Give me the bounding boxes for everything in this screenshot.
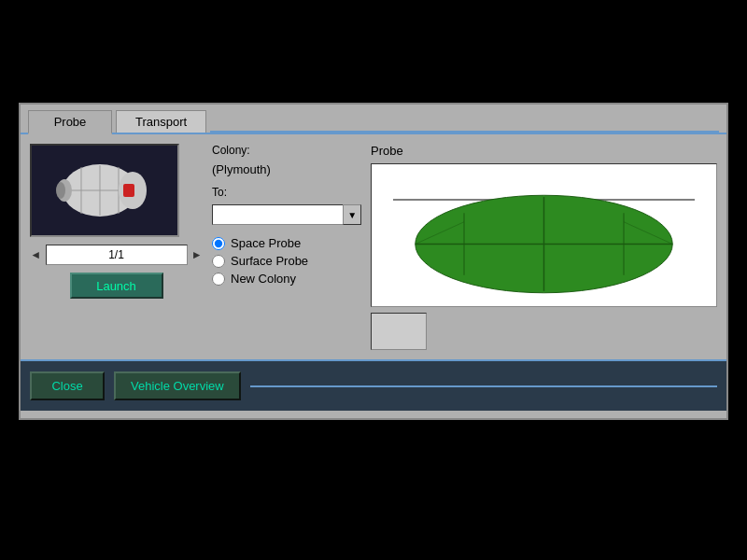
next-arrow[interactable]: ► <box>191 247 204 262</box>
radio-surface-probe[interactable]: Surface Probe <box>212 254 361 268</box>
tab-probe[interactable]: Probe <box>28 110 112 134</box>
bottom-bar: Close Vehicle Overview <box>21 359 726 411</box>
destination-dropdown[interactable] <box>212 204 344 225</box>
probe-viz-title: Probe <box>371 144 717 158</box>
main-window: Probe Transport <box>19 103 728 420</box>
right-panel: Probe <box>371 144 717 350</box>
prev-arrow[interactable]: ◄ <box>30 247 42 262</box>
left-arrow-icon: ◄ <box>30 248 41 261</box>
spacecraft-svg <box>44 148 165 232</box>
radio-space-probe-input[interactable] <box>212 237 225 250</box>
tab-line <box>210 131 719 133</box>
dropdown-arrow-btn[interactable]: ▼ <box>343 204 361 225</box>
radio-new-colony[interactable]: New Colony <box>212 272 361 286</box>
left-panel: ◄ ► Launch <box>30 144 203 350</box>
tab-bar: Probe Transport <box>21 105 726 134</box>
right-arrow-icon: ► <box>191 248 203 261</box>
svg-point-8 <box>56 182 65 199</box>
to-label: To: <box>212 186 361 199</box>
dropdown-row: ▼ <box>212 204 361 225</box>
radio-new-colony-label: New Colony <box>231 272 296 286</box>
bottom-line <box>250 385 717 387</box>
probe-diagram-svg <box>372 164 716 306</box>
radio-surface-probe-input[interactable] <box>212 255 225 268</box>
probe-image <box>30 144 179 237</box>
probe-thumbnail <box>371 313 427 350</box>
svg-rect-6 <box>123 184 134 197</box>
radio-space-probe[interactable]: Space Probe <box>212 236 361 250</box>
radio-space-probe-label: Space Probe <box>231 236 301 250</box>
radio-surface-probe-label: Surface Probe <box>231 254 308 268</box>
content-area: ◄ ► Launch Colony: (Plymouth) To: ▼ <box>21 134 726 359</box>
dropdown-arrow-icon: ▼ <box>347 210 357 220</box>
colony-label: Colony: <box>212 144 361 157</box>
radio-group: Space Probe Surface Probe New Colony <box>212 236 361 286</box>
launch-button[interactable]: Launch <box>70 273 163 299</box>
nav-counter[interactable] <box>46 245 188 265</box>
close-button[interactable]: Close <box>30 371 105 400</box>
radio-new-colony-input[interactable] <box>212 273 225 286</box>
vehicle-overview-button[interactable]: Vehicle Overview <box>114 371 241 400</box>
navigation-row: ◄ ► <box>30 245 203 265</box>
probe-viz-area <box>371 163 717 307</box>
colony-name: (Plymouth) <box>212 162 361 176</box>
tab-transport[interactable]: Transport <box>116 110 206 133</box>
middle-panel: Colony: (Plymouth) To: ▼ Space Probe Sur <box>212 144 361 350</box>
